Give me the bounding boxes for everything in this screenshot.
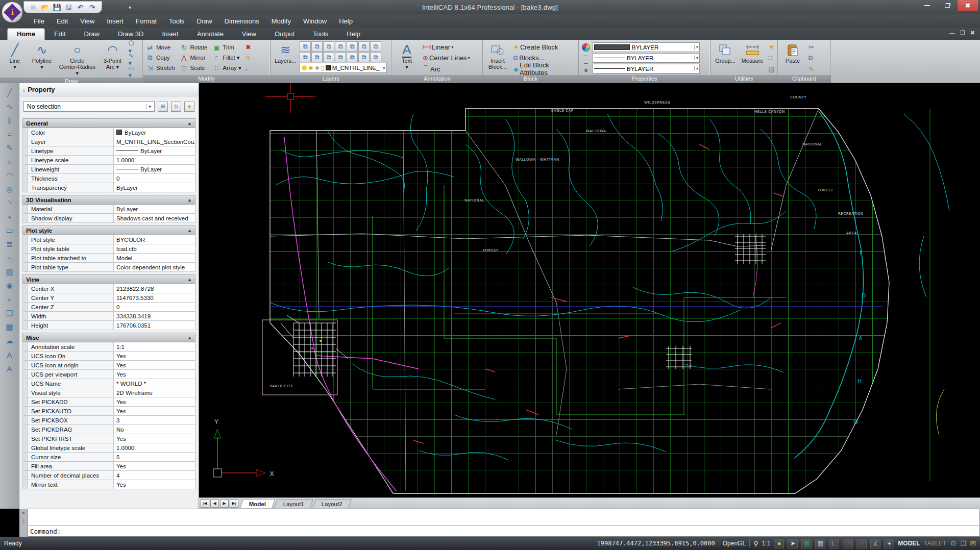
donut-tool[interactable]: ◉	[3, 279, 17, 292]
paste-button[interactable]: Paste	[780, 41, 805, 74]
collapse-arrow-icon[interactable]: ▲	[187, 335, 192, 340]
renderer-label[interactable]: OpenGL	[723, 540, 746, 547]
collapse-arrow-icon[interactable]: ▲	[187, 121, 192, 126]
ribbon-tab-edit[interactable]: Edit	[45, 29, 75, 40]
color-wheel-icon[interactable]	[582, 43, 590, 52]
property-value[interactable]: Yes	[114, 397, 195, 406]
center-lines-button[interactable]: ⊕ Center Lines▾	[421, 54, 480, 63]
block-tool[interactable]: ❏	[3, 307, 17, 320]
tablet-toggle[interactable]: TABLET	[924, 540, 946, 547]
ribbon-tab-tools[interactable]: Tools	[304, 29, 337, 40]
esnap-icon[interactable]: ⊹	[856, 539, 867, 548]
annotation-person-icon[interactable]: ⚲	[753, 540, 758, 547]
property-value[interactable]: Shadows cast and received	[114, 214, 195, 222]
grid-display-icon[interactable]: ▦	[815, 539, 825, 548]
section-header-3d-visualisation[interactable]: 3D Visualisation▲	[22, 195, 195, 205]
create-block-button[interactable]: ✦ Create Block	[512, 42, 576, 52]
property-value[interactable]: * WORLD *	[114, 379, 195, 388]
cut-icon[interactable]: ✂	[807, 42, 816, 52]
property-value[interactable]: Yes	[114, 434, 195, 443]
copy-button[interactable]: ⧉Copy	[146, 54, 175, 62]
snap-grid-icon[interactable]: ▦	[801, 539, 812, 548]
ribbon-tab-help[interactable]: Help	[337, 29, 370, 40]
leader-tool[interactable]: ⌕	[3, 293, 17, 306]
point-tool[interactable]: ▪	[3, 210, 17, 223]
section-header-misc[interactable]: Misc▲	[22, 333, 195, 342]
sketch-tool[interactable]: ✎	[3, 141, 17, 155]
layer-lock-icon[interactable]: ⧉	[335, 41, 346, 52]
doc-minimize-icon[interactable]: —	[949, 30, 955, 36]
filter-icon[interactable]: ▼	[767, 42, 776, 52]
polar-tracking-icon[interactable]: ◷	[843, 539, 853, 548]
copy-clip-icon[interactable]: ⧉	[807, 54, 816, 63]
close-button[interactable]: ✖	[958, 0, 978, 11]
property-value[interactable]: lcad.ctb	[114, 244, 195, 253]
elliptical-arc-tool[interactable]: ◝	[3, 196, 17, 210]
ribbon-tab-output[interactable]: Output	[265, 29, 304, 40]
array-button[interactable]: ∷Array ▾	[212, 64, 241, 72]
menu-draw[interactable]: Draw	[191, 15, 217, 27]
app-logo[interactable]: i	[2, 2, 23, 23]
arc-tool[interactable]: ◠	[3, 169, 17, 182]
select-entities-button[interactable]: ⊞	[158, 102, 168, 112]
coordinate-readout[interactable]: 1998747.4472,1233395.6915,0.0000	[597, 540, 715, 547]
property-value[interactable]: 2123822.8728	[114, 284, 195, 293]
property-value[interactable]: 334338.3419	[114, 312, 195, 320]
format-painter-icon[interactable]: ✎	[807, 64, 816, 73]
layer-walk-icon[interactable]: ⧉	[311, 52, 323, 62]
property-value[interactable]: Model	[114, 254, 195, 262]
selection-dropdown[interactable]: No selection ▾	[23, 101, 155, 112]
clean-screen-icon[interactable]: ❐	[961, 540, 967, 547]
polyline-tool[interactable]: ∿	[3, 100, 17, 113]
layer-combo-arrow-icon[interactable]: ▾	[381, 66, 385, 70]
layer-delete-icon[interactable]: ⧉	[370, 52, 381, 62]
linetype-dropdown[interactable]: BYLAYER ▾	[593, 53, 700, 63]
menu-help[interactable]: Help	[334, 15, 358, 27]
color-dropdown[interactable]: BYLAYER ▾	[593, 42, 700, 52]
first-tab-button[interactable]: |◀	[201, 499, 209, 508]
collapse-arrow-icon[interactable]: ▲	[187, 197, 192, 203]
property-value[interactable]: 176706.0351	[114, 321, 195, 330]
ribbon-tab-draw-3d[interactable]: Draw 3D	[109, 29, 153, 40]
ribbon-tab-annotate[interactable]: Annotate	[188, 29, 233, 40]
property-value[interactable]: Yes	[114, 407, 195, 415]
ribbon-tab-draw[interactable]: Draw	[75, 29, 109, 40]
property-value[interactable]: Yes	[114, 361, 195, 369]
text-tool[interactable]: A	[3, 348, 17, 361]
layer-unlock-icon[interactable]: ⧉	[335, 52, 346, 62]
command-input[interactable]: Command:	[28, 526, 979, 536]
command-history[interactable]	[28, 509, 979, 526]
boundary-tool[interactable]: ▨	[3, 265, 17, 279]
property-value[interactable]: 3	[114, 416, 195, 424]
set-layer-current-icon[interactable]: ⧉	[311, 41, 323, 52]
property-value[interactable]: 1:1	[114, 342, 195, 351]
property-value[interactable]: 1147673.5330	[114, 293, 195, 302]
line-button[interactable]: ╱Line ▾	[2, 41, 28, 77]
text-button[interactable]: A Text ▾	[394, 41, 420, 74]
restore-button[interactable]	[937, 0, 958, 11]
trim-button[interactable]: ▣Trim	[212, 44, 241, 52]
linear-dimension-button[interactable]: Linear▾	[421, 42, 480, 52]
group-button[interactable]: Group...	[713, 41, 738, 74]
hatch-tool[interactable]: ▩	[3, 320, 17, 334]
menu-view[interactable]: View	[75, 15, 100, 27]
property-value[interactable]: Yes	[114, 370, 195, 379]
rectangle-tool[interactable]: ▭	[3, 224, 17, 237]
property-value[interactable]: ByLayer	[114, 146, 195, 155]
property-value[interactable]: ByLayer	[114, 205, 195, 213]
lineweight-icon[interactable]: ≡	[584, 69, 587, 73]
arc-dimension-button[interactable]: ⌒ Arc	[421, 64, 480, 73]
last-tab-button[interactable]: ▶|	[230, 499, 238, 508]
multiline-tool[interactable]: ≣	[3, 238, 17, 251]
page-setup-icon[interactable]: ▤	[767, 64, 776, 73]
layer-properties-icon[interactable]: ⧉	[300, 41, 311, 52]
menu-file[interactable]: File	[29, 15, 50, 27]
layer-merge-icon[interactable]: ⧉	[323, 52, 334, 62]
layer-combo[interactable]: ✱ ✱ ▯ M_CNTRL_LINE_ ▾	[300, 63, 387, 73]
cloud-tool[interactable]: ☁	[3, 334, 17, 347]
lineweight-display-icon[interactable]: ＋	[884, 539, 894, 548]
ribbon-tab-insert[interactable]: Insert	[153, 29, 188, 40]
quick-group-icon[interactable]: ∷	[767, 54, 776, 63]
model-space-toggle[interactable]: MODEL	[898, 540, 920, 547]
doc-close-icon[interactable]: ✖	[970, 30, 975, 36]
